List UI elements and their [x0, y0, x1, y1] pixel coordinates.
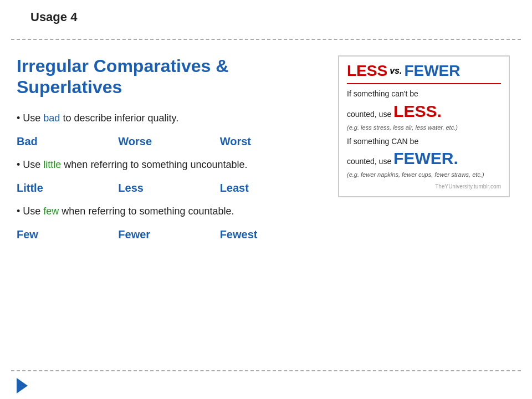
fewer-example: (e.g. fewer napkins, fewer cups, fewer s… [347, 171, 501, 178]
less-big-text: LESS. [393, 102, 442, 120]
nav-area [17, 378, 28, 393]
usage-label: Usage 4 [30, 10, 77, 24]
less-block: If something can't be counted, use LESS.… [347, 89, 501, 131]
top-divider [11, 39, 521, 40]
bottom-divider [11, 370, 521, 371]
bad-section: • Use bad to describe inferior quality. [17, 111, 321, 125]
image-credit: TheYUniversity.tumblr.com [347, 183, 501, 190]
little-highlight: little [43, 159, 61, 170]
main-content: Irregular Comparatives & Superlatives • … [17, 50, 515, 366]
few-comparison-row: Few Fewer Fewest [17, 228, 321, 241]
left-panel: Irregular Comparatives & Superlatives • … [17, 50, 321, 366]
bad-highlight: bad [43, 112, 60, 124]
comp-little: Little [17, 182, 118, 195]
comp-worse: Worse [118, 135, 219, 148]
image-title-row: LESS vs. FEWER [347, 62, 501, 84]
fewer-block: If something CAN be counted, use FEWER. … [347, 136, 501, 178]
right-panel: LESS vs. FEWER If something can't be cou… [332, 50, 515, 366]
comp-less: Less [118, 182, 219, 195]
page-title: Irregular Comparatives & Superlatives [17, 55, 321, 98]
bad-comparison-row: Bad Worse Worst [17, 135, 321, 148]
comp-few: Few [17, 228, 118, 241]
little-bullet: • Use little when referring to something… [17, 158, 321, 172]
comp-fewer: Fewer [118, 228, 219, 241]
less-example: (e.g. less stress, less air, less water,… [347, 124, 501, 131]
comp-bad: Bad [17, 135, 118, 148]
little-comparison-row: Little Less Least [17, 182, 321, 195]
fewer-big-text: FEWER. [393, 149, 458, 167]
vs-title: vs. [390, 66, 402, 76]
nav-triangle-icon[interactable] [17, 378, 28, 393]
little-section: • Use little when referring to something… [17, 158, 321, 172]
few-bullet: • Use few when referring to something co… [17, 204, 321, 218]
few-section: • Use few when referring to something co… [17, 204, 321, 218]
less-title: LESS [347, 62, 387, 80]
comp-least: Least [220, 182, 321, 195]
comp-worst: Worst [220, 135, 321, 148]
comp-fewest: Fewest [220, 228, 321, 241]
bad-bullet: • Use bad to describe inferior quality. [17, 111, 321, 125]
few-highlight: few [43, 206, 59, 217]
fewer-title: FEWER [404, 62, 460, 80]
less-vs-fewer-image: LESS vs. FEWER If something can't be cou… [338, 55, 510, 197]
